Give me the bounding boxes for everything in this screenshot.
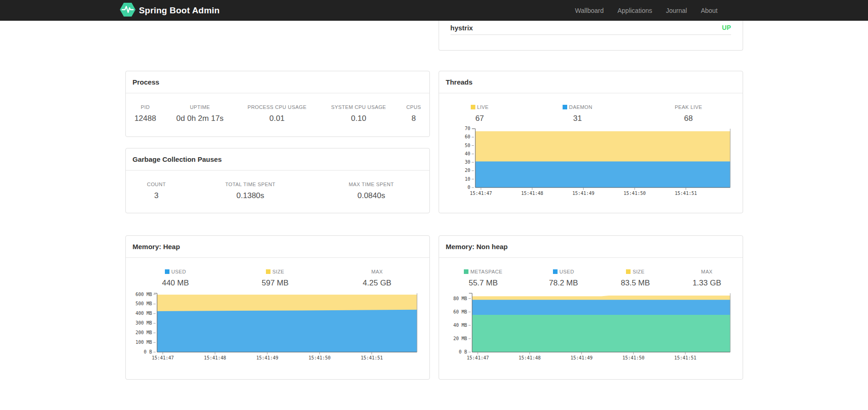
metric: PROCESS CPU USAGE 0.01 [235,104,319,123]
threads-area-chart: 01020304050607015:41:4715:41:4815:41:491… [446,126,736,199]
legend-color-swatch [626,269,631,274]
legend-item: MAX 4.25 GB [325,269,429,288]
metric-label: COUNT [131,182,182,187]
metric: PID 12488 [126,104,165,123]
application-status-row: hystrix UP [451,21,731,35]
memory-nonheap-area-chart: 0 B20 MB40 MB60 MB80 MB15:41:4715:41:481… [446,290,736,363]
svg-text:15:41:47: 15:41:47 [467,355,489,360]
metric-label: TOTAL TIME SPENT [193,182,308,187]
legend-label: USED [131,269,220,274]
legend-item: USED 440 MB [126,269,225,288]
gc-metrics: COUNT 3 TOTAL TIME SPENT 0.1380s MAX TIM… [126,182,429,200]
svg-text:15:41:51: 15:41:51 [675,191,697,196]
svg-text:100 MB: 100 MB [135,340,152,345]
legend-label: PEAK LIVE [640,104,737,110]
legend-item: DAEMON 31 [520,104,634,123]
legend-item: METASPACE 55.7 MB [439,269,528,288]
svg-text:15:41:50: 15:41:50 [623,191,645,196]
legend-color-swatch [266,269,271,274]
metric-label: PROCESS CPU USAGE [241,104,314,110]
svg-text:60: 60 [464,134,470,139]
nav-link[interactable]: About [694,1,725,20]
metric: TOTAL TIME SPENT 0.1380s [187,182,314,200]
metric-label: CPUS [404,104,423,110]
metric-label: SYSTEM CPU USAGE [325,104,393,110]
svg-text:20: 20 [464,168,470,173]
status-badge: UP [722,24,731,31]
memory-nonheap-chart: 0 B20 MB40 MB60 MB80 MB15:41:4715:41:481… [439,288,743,365]
svg-text:15:41:50: 15:41:50 [622,355,644,360]
legend-label: LIVE [445,104,515,110]
svg-text:50: 50 [464,143,470,148]
svg-text:70: 70 [464,126,470,131]
metric-value: 12488 [131,114,160,123]
svg-text:0 B: 0 B [143,349,152,354]
svg-text:80 MB: 80 MB [453,296,467,301]
svg-text:10: 10 [464,177,470,182]
legend-color-swatch [553,269,558,274]
threads-panel-heading: Threads [439,71,743,93]
metric: COUNT 3 [126,182,187,200]
metric-label: PID [131,104,160,110]
legend-value: 440 MB [131,279,220,288]
memory-nonheap-panel-title: Memory: Non heap [446,243,508,251]
legend-value: 83.5 MB [605,279,665,288]
svg-text:40: 40 [464,151,470,156]
legend-label: MAX [331,269,424,274]
svg-text:15:41:51: 15:41:51 [674,355,696,360]
legend-label: MAX [677,269,737,274]
memory-heap-panel-title: Memory: Heap [133,243,180,251]
legend-value: 597 MB [231,279,320,288]
svg-text:40 MB: 40 MB [453,323,467,328]
legend-item: LIVE 67 [439,104,521,123]
metric-label: UPTIME [170,104,230,110]
legend-color-swatch [471,105,475,109]
legend-label: SIZE [231,269,320,274]
nav-item: About [694,1,725,20]
nav-link[interactable]: Wallboard [568,1,611,20]
metric-value: 0.10 [325,114,393,123]
legend-value: 78.2 MB [533,279,594,288]
gc-panel: Garbage Collection Pauses COUNT 3 TOTAL … [125,148,430,213]
legend-color-swatch [165,269,169,274]
application-status-panel: hystrix UP [439,21,743,51]
metric-value: 3 [131,191,182,200]
status-row-wrapper: hystrix UP [125,21,743,51]
nav-link[interactable]: Journal [659,1,694,20]
metric: SYSTEM CPU USAGE 0.10 [319,104,398,123]
svg-text:15:41:49: 15:41:49 [572,191,594,196]
metric: UPTIME 0d 0h 2m 17s [165,104,235,123]
legend-value: 55.7 MB [445,279,522,288]
memory-heap-legend: USED 440 MB SIZE 597 MB MAX 4.25 GB [126,269,429,288]
svg-text:200 MB: 200 MB [135,330,152,335]
svg-text:500 MB: 500 MB [135,301,152,306]
svg-text:15:41:48: 15:41:48 [521,191,543,196]
gc-panel-heading: Garbage Collection Pauses [126,148,429,171]
empty-left-column [125,21,430,51]
metric: MAX TIME SPENT 0.0840s [313,182,429,200]
metric-value: 8 [404,114,423,123]
memory-heap-panel: Memory: Heap USED 440 MB SIZE 597 MB MAX… [125,235,430,380]
metric-value: 0.01 [241,114,314,123]
memory-heap-panel-heading: Memory: Heap [126,236,429,258]
legend-color-swatch [563,105,567,109]
legend-label: USED [533,269,594,274]
gc-panel-title: Garbage Collection Pauses [133,155,222,163]
nav-link[interactable]: Applications [610,1,659,20]
svg-text:0 B: 0 B [458,349,467,354]
legend-label: METASPACE [445,269,522,274]
brand[interactable]: Spring Boot Admin [120,3,220,18]
threads-panel: Threads LIVE 67 DAEMON 31 PEAK LIVE 68 [439,71,743,213]
metric-value: 0.1380s [193,191,308,200]
legend-label: DAEMON [526,104,629,110]
metric-label: MAX TIME SPENT [319,182,423,187]
spring-boot-admin-logo-icon [120,3,135,18]
svg-text:15:41:47: 15:41:47 [470,191,492,196]
legend-value: 4.25 GB [331,279,424,288]
process-panel-title: Process [133,78,159,86]
memory-heap-area-chart: 0 B100 MB200 MB300 MB400 MB500 MB600 MB1… [133,290,423,363]
legend-item: SIZE 83.5 MB [599,269,671,288]
threads-chart: 01020304050607015:41:4715:41:4815:41:491… [439,123,743,200]
svg-text:15:41:48: 15:41:48 [204,355,226,360]
memory-nonheap-panel: Memory: Non heap METASPACE 55.7 MB USED … [439,235,743,380]
